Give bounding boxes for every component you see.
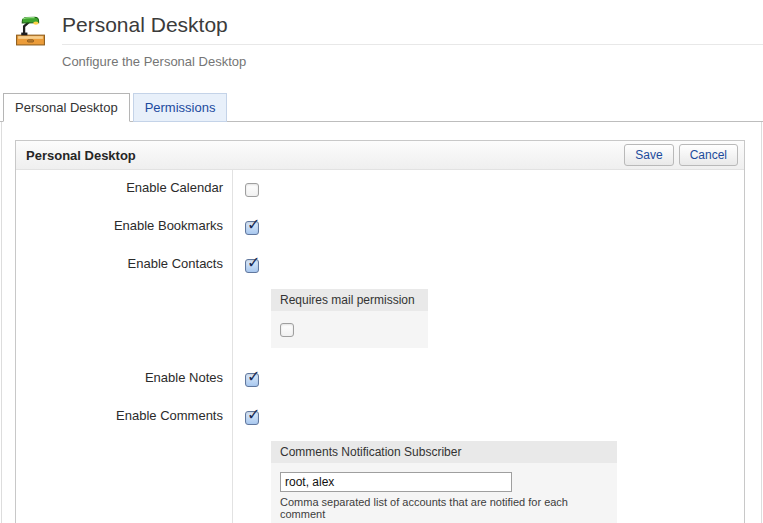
comments-subscriber-help: Comma separated list of accounts that ar… xyxy=(280,496,608,520)
field-label: Enable Contacts xyxy=(16,246,232,360)
panel-header: Personal Desktop Save Cancel xyxy=(16,141,744,170)
comments-notification-subscriber-box: Comments Notification Subscriber Comma s… xyxy=(271,441,617,523)
form-row-bookmarks: Enable Bookmarks xyxy=(16,208,744,246)
form-row-notes: Enable Notes xyxy=(16,360,744,398)
cancel-button[interactable]: Cancel xyxy=(679,144,738,166)
form-row-contacts: Enable Contacts Requires mail permission xyxy=(16,246,744,360)
save-button[interactable]: Save xyxy=(624,144,673,166)
page-header: Personal Desktop Configure the Personal … xyxy=(0,0,763,69)
requires-mail-permission-checkbox[interactable] xyxy=(280,323,294,337)
enable-calendar-checkbox[interactable] xyxy=(245,183,259,197)
field-label: Enable Comments xyxy=(16,398,232,523)
tab-content: Personal Desktop Save Cancel Enable Cale… xyxy=(1,122,762,523)
enable-bookmarks-checkbox[interactable] xyxy=(245,221,259,235)
panel-title: Personal Desktop xyxy=(26,148,136,163)
field-label: Enable Bookmarks xyxy=(16,208,232,246)
tab-personal-desktop[interactable]: Personal Desktop xyxy=(3,93,130,122)
form-row-calendar: Enable Calendar xyxy=(16,170,744,208)
form-row-comments: Enable Comments Comments Notification Su… xyxy=(16,398,744,523)
enable-comments-checkbox[interactable] xyxy=(245,411,259,425)
subbox-title: Requires mail permission xyxy=(271,289,428,311)
requires-mail-permission-box: Requires mail permission xyxy=(271,289,428,348)
settings-panel: Personal Desktop Save Cancel Enable Cale… xyxy=(15,140,745,523)
page-title: Personal Desktop xyxy=(62,12,763,45)
subbox-title: Comments Notification Subscriber xyxy=(271,441,617,463)
enable-notes-checkbox[interactable] xyxy=(245,373,259,387)
tab-bar: Personal Desktop Permissions xyxy=(0,93,763,122)
field-label: Enable Calendar xyxy=(16,170,232,208)
tab-permissions[interactable]: Permissions xyxy=(133,93,228,122)
field-label: Enable Notes xyxy=(16,360,232,398)
enable-contacts-checkbox[interactable] xyxy=(245,259,259,273)
desk-lamp-icon xyxy=(14,14,47,47)
comments-subscriber-input[interactable] xyxy=(280,472,512,492)
page-subtitle: Configure the Personal Desktop xyxy=(62,45,763,69)
